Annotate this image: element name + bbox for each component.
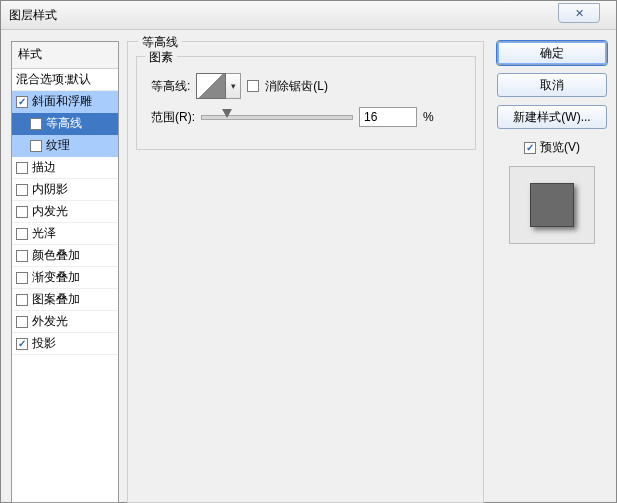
preview-swatch: [530, 183, 574, 227]
style-checkbox[interactable]: [16, 228, 28, 240]
range-line: 范围(R): 16 %: [151, 107, 434, 127]
style-checkbox[interactable]: [16, 316, 28, 328]
contour-picker[interactable]: ▾: [196, 73, 241, 99]
style-row-1[interactable]: 等高线: [12, 113, 118, 135]
titlebar: 图层样式 ✕: [1, 1, 616, 30]
style-row-11[interactable]: 投影: [12, 333, 118, 355]
style-checkbox[interactable]: [16, 162, 28, 174]
new-style-button[interactable]: 新建样式(W)...: [497, 105, 607, 129]
style-checkbox[interactable]: [16, 338, 28, 350]
style-row-6[interactable]: 光泽: [12, 223, 118, 245]
style-row-7[interactable]: 颜色叠加: [12, 245, 118, 267]
range-slider[interactable]: [201, 115, 353, 120]
ok-button[interactable]: 确定: [497, 41, 607, 65]
layer-style-dialog: 图层样式 ✕ 样式 混合选项:默认 斜面和浮雕等高线纹理描边内阴影内发光光泽颜色…: [0, 0, 617, 503]
style-row-10[interactable]: 外发光: [12, 311, 118, 333]
style-label: 斜面和浮雕: [32, 93, 92, 110]
style-row-8[interactable]: 渐变叠加: [12, 267, 118, 289]
window-close-button[interactable]: ✕: [558, 3, 600, 23]
styles-header[interactable]: 样式: [12, 42, 118, 69]
contour-group: 等高线 图素 等高线: ▾ 消除锯齿(L) 范围(R):: [127, 41, 484, 503]
style-checkbox[interactable]: [30, 118, 42, 130]
range-unit: %: [423, 110, 434, 124]
style-checkbox[interactable]: [16, 96, 28, 108]
styles-panel: 样式 混合选项:默认 斜面和浮雕等高线纹理描边内阴影内发光光泽颜色叠加渐变叠加图…: [11, 41, 119, 503]
styles-list: 斜面和浮雕等高线纹理描边内阴影内发光光泽颜色叠加渐变叠加图案叠加外发光投影: [12, 91, 118, 355]
style-row-5[interactable]: 内发光: [12, 201, 118, 223]
style-label: 描边: [32, 159, 56, 176]
elements-group: 图素 等高线: ▾ 消除锯齿(L) 范围(R): 16: [136, 56, 476, 150]
elements-group-title: 图素: [145, 49, 177, 66]
dialog-body: 样式 混合选项:默认 斜面和浮雕等高线纹理描边内阴影内发光光泽颜色叠加渐变叠加图…: [1, 29, 616, 502]
close-icon: ✕: [575, 7, 584, 20]
style-checkbox[interactable]: [30, 140, 42, 152]
window-title: 图层样式: [9, 7, 57, 24]
preview-toggle[interactable]: 预览(V): [524, 139, 580, 156]
blend-options-row[interactable]: 混合选项:默认: [12, 69, 118, 91]
style-row-4[interactable]: 内阴影: [12, 179, 118, 201]
right-panel: 确定 取消 新建样式(W)... 预览(V): [496, 41, 608, 244]
cancel-button[interactable]: 取消: [497, 73, 607, 97]
style-label: 投影: [32, 335, 56, 352]
style-label: 纹理: [46, 137, 70, 154]
style-label: 内发光: [32, 203, 68, 220]
style-label: 等高线: [46, 115, 82, 132]
style-row-2[interactable]: 纹理: [12, 135, 118, 157]
blend-options-label: 混合选项:默认: [16, 71, 91, 88]
style-label: 渐变叠加: [32, 269, 80, 286]
style-label: 光泽: [32, 225, 56, 242]
style-row-9[interactable]: 图案叠加: [12, 289, 118, 311]
antialias-label: 消除锯齿(L): [265, 78, 328, 95]
chevron-down-icon: ▾: [226, 73, 241, 99]
style-checkbox[interactable]: [16, 272, 28, 284]
style-row-0[interactable]: 斜面和浮雕: [12, 91, 118, 113]
style-label: 颜色叠加: [32, 247, 80, 264]
contour-label: 等高线:: [151, 78, 190, 95]
slider-thumb-icon: [222, 109, 232, 118]
style-label: 外发光: [32, 313, 68, 330]
style-label: 图案叠加: [32, 291, 80, 308]
style-label: 内阴影: [32, 181, 68, 198]
style-checkbox[interactable]: [16, 206, 28, 218]
preview-checkbox: [524, 142, 536, 154]
range-label: 范围(R):: [151, 109, 195, 126]
contour-thumb-icon: [196, 73, 226, 99]
contour-line: 等高线: ▾ 消除锯齿(L): [151, 73, 328, 99]
style-checkbox[interactable]: [16, 184, 28, 196]
style-checkbox[interactable]: [16, 250, 28, 262]
preview-label: 预览(V): [540, 139, 580, 156]
style-checkbox[interactable]: [16, 294, 28, 306]
range-input[interactable]: 16: [359, 107, 417, 127]
antialias-checkbox[interactable]: [247, 80, 259, 92]
style-row-3[interactable]: 描边: [12, 157, 118, 179]
preview-box: [509, 166, 595, 244]
